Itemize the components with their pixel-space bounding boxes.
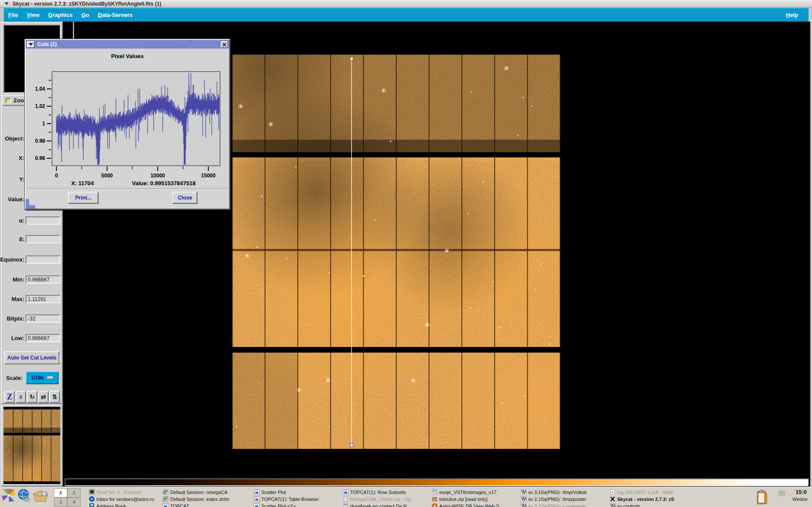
field-input-[interactable] [26,235,60,243]
pan-thumbnail[interactable] [3,407,60,484]
field-input-bitpix[interactable] [26,314,60,323]
task-button[interactable]: Astro-WISE DB View Web S [432,503,518,507]
scale-dropdown[interactable]: 1/19x [26,371,59,384]
task-button[interactable]: Default Session: index.shtm [163,496,249,502]
cuts-dialog-titlebar[interactable]: Cuts (1) [26,40,229,49]
svg-text:10000: 10000 [151,173,165,178]
zoom-out-button[interactable]: z [16,391,26,403]
task-button[interactable]: xv controls [610,503,696,507]
task-label: Scatter Plot [261,490,286,495]
zoom-in-button[interactable]: Z [4,391,15,403]
task-button[interactable]: TOPCAT [163,503,249,507]
pager-desktop-1[interactable]: X [54,488,67,497]
menu-help[interactable]: Help [782,12,802,18]
menu-view[interactable]: View [22,12,43,18]
menu-data-servers[interactable]: Data-Servers [93,12,137,18]
task-button[interactable]: Inbox for verdoes@astro.ru [89,496,175,502]
task-button[interactable]: Shell No. 4 - Konsole [89,489,175,495]
print-button[interactable]: Print... [68,192,99,204]
flip-horizontal-button[interactable]: ⇄ [38,391,49,403]
resize-grip[interactable] [26,199,35,209]
task-button[interactable]: TOPCAT(1): Table Browser [254,496,340,502]
cursor-x-readout: X: 11704 [71,180,94,186]
pixel-values-plot[interactable]: 1.041.0210.980.96050001000015000 [27,61,229,178]
scale-value: 1/19x [31,375,44,381]
task-label: xv 3.10a(PNG): <unregister [528,504,586,507]
menu-graphics[interactable]: Graphics [44,12,77,18]
field-label: Max: [11,296,24,302]
clipboard-icon[interactable] [756,490,768,505]
window-titlebar[interactable]: Skycat - version 2.7.3: zSKYDividedBySKY… [0,0,812,8]
button-separator [27,188,228,189]
field-label: Low: [11,335,24,341]
java-icon [254,496,260,502]
java-icon [254,503,260,507]
web-browser-icon[interactable] [17,489,30,502]
window-shade-icon[interactable] [4,2,9,5]
mail-icon[interactable] [33,491,49,502]
field-row-min: Min: [2,275,62,284]
task-button[interactable]: Scatter Plot <2> [254,503,340,507]
dialog-shade-button[interactable] [27,41,34,48]
svg-text:1.04: 1.04 [35,86,46,92]
flip-vertical-button[interactable]: ⇅ [49,391,60,403]
task-button[interactable]: log-20110607-1.pdf - Adob [610,489,696,495]
taskbar: X234 Shell No. 4 - KonsoleInbox for verd… [0,487,812,507]
svg-text:0.98: 0.98 [35,138,46,144]
task-button[interactable]: Default Session: omegaCA [163,489,249,495]
menu-go[interactable]: Go [77,12,93,18]
task-button[interactable]: xv 3.10a(PNG): /tmp/poster [521,496,607,502]
svg-text:15000: 15000 [201,173,216,178]
field-input-equinox[interactable] [26,255,60,264]
screen: Skycat - version 2.7.3: zSKYDividedBySKY… [0,0,812,507]
task-label: Inbox for verdoes@astro.ru [96,497,154,502]
tray-icon[interactable] [779,491,785,496]
java-icon [163,503,168,507]
pan-window[interactable] [1,404,63,487]
cut-line-handle-top [350,57,353,60]
auto-set-cut-levels-button[interactable]: Auto Set Cut Levels [4,351,59,364]
task-button[interactable]: esopr_VSTfirstimages_v17 [432,489,518,495]
dialog-close-button[interactable] [221,41,228,48]
field-row-equinox: Equinox: [2,255,62,264]
menu-file[interactable]: File [4,12,22,18]
field-label: Min: [13,276,24,283]
task-button[interactable]: Skycat - version 2.7.3: zS [610,496,696,502]
svg-text:1.02: 1.02 [35,103,46,109]
task-label: OmegaCAM_Comm.xls - Op [350,497,411,502]
task-label: xv 3.10a(PNG): /tmp/Volksk [528,490,587,495]
pager-desktop-3[interactable]: 3 [54,497,67,507]
pager-desktop-4[interactable]: 4 [67,497,81,507]
task-button[interactable]: OmegaCAM_Comm.xls - Op [343,496,429,502]
pager-desktop-2[interactable]: 2 [67,488,81,497]
field-label: Value: [8,196,24,203]
zoom-checkbox[interactable] [6,98,11,103]
field-input-[interactable] [26,216,60,225]
desktop-pager[interactable]: X234 [54,488,81,507]
fits-image-mosaic[interactable] [232,55,560,449]
task-button[interactable]: draaiboek en contact De N [343,503,429,507]
task-label: xv 3.10a(PNG): /tmp/poster [528,497,586,502]
clock-date: Wedne [792,497,808,502]
rotate-button[interactable]: ↻ [27,391,37,403]
cursor-value-readout: Value: 0.9951537847518 [132,180,196,186]
task-button[interactable]: TOPCAT(1): Row Subsets [343,489,429,495]
docblue-icon [432,489,437,495]
java-icon [343,489,348,495]
task-label: TOPCAT(1): Table Browser [261,497,319,502]
field-row-low: Low: [2,334,62,343]
task-button[interactable]: Scatter Plot [254,489,340,495]
task-button[interactable]: totnutoe.zip [read only] [432,496,518,502]
skycat-icon [610,496,615,502]
task-label: Shell No. 4 - Konsole [96,490,141,495]
k-menu-icon[interactable] [2,489,15,502]
scale-label: Scale: [6,375,23,381]
close-button[interactable]: Close [172,192,197,204]
task-button[interactable]: xv 3.10a(PNG): /tmp/Volksk [521,489,607,495]
task-button[interactable]: Address Book [89,503,175,507]
task-button[interactable]: xv 3.10a(PNG): <unregister [521,503,607,507]
field-input-low[interactable] [26,334,60,342]
cut-line [351,59,352,445]
field-input-min[interactable] [26,275,60,284]
field-input-max[interactable] [26,295,60,303]
